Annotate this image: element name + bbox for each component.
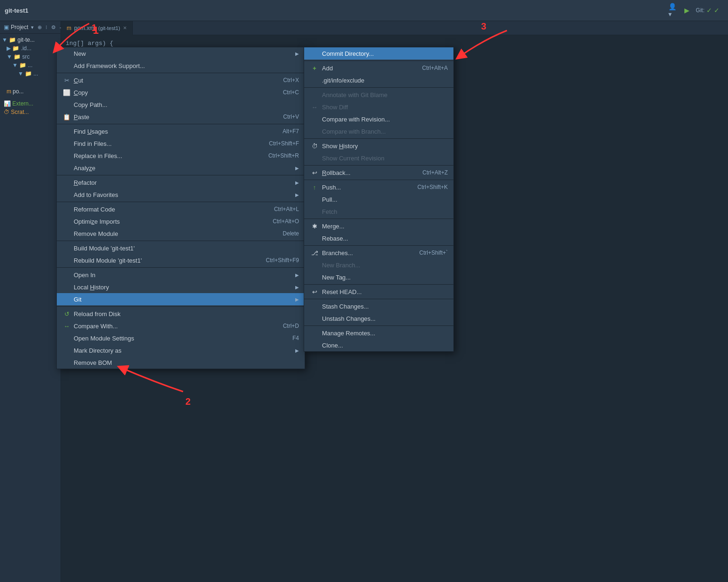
menu-git-branches[interactable]: ⎇ Branches... Ctrl+Shift+` xyxy=(304,247,453,259)
git-sep4 xyxy=(304,180,453,180)
project-label: Project xyxy=(11,24,28,30)
run-icon[interactable]: ▶ xyxy=(682,5,692,15)
top-toolbar: git-test1 👤▾ ▶ Git: ✓ ✓ xyxy=(0,0,728,21)
sep4 xyxy=(57,202,305,202)
menu-git-unstash[interactable]: Unstash Changes... xyxy=(304,312,453,325)
git-diff-icon: ↔ xyxy=(310,104,319,111)
num1-label: 1 xyxy=(92,23,97,33)
menu-git-fetch: Fetch xyxy=(304,205,453,218)
git-merge-icon: ✱ xyxy=(310,223,319,230)
menu-item-cut[interactable]: ✂ Cut Ctrl+X xyxy=(57,74,305,86)
mark-dir-submenu-arrow: ▶ xyxy=(295,348,299,353)
compare-with-icon: ↔ xyxy=(62,323,71,330)
editor-tabs: m pom.xml (git-test1) ✕ xyxy=(61,21,728,35)
menu-item-build-module[interactable]: Build Module 'git-test1' xyxy=(57,242,305,254)
num2-label: 2 xyxy=(185,396,191,407)
menu-item-rebuild-module[interactable]: Rebuild Module 'git-test1' Ctrl+Shift+F9 xyxy=(57,254,305,266)
git-branches-icon: ⎇ xyxy=(310,249,319,257)
menu-item-compare-with[interactable]: ↔ Compare With... Ctrl+D xyxy=(57,320,305,332)
menu-git-compare-branch: Compare with Branch... xyxy=(304,125,453,137)
sidebar: ▣ Project ▾ ⊕ ⁝ ⚙ — ▼ 📁 git-te... ▶ 📁 .i… xyxy=(0,21,61,582)
local-history-submenu-arrow: ▶ xyxy=(295,285,299,290)
git-submenu-arrow: ▶ xyxy=(295,297,299,302)
menu-item-replace-in-files[interactable]: Replace in Files... Ctrl+Shift+R xyxy=(57,150,305,162)
menu-git-blame: Annotate with Git Blame xyxy=(304,89,453,101)
git-add-icon: + xyxy=(310,65,319,72)
menu-item-add-favorites[interactable]: Add to Favorites ▶ xyxy=(57,189,305,201)
tree-item-sub2[interactable]: ▼ 📁 ... xyxy=(0,69,61,78)
menu-item-reformat[interactable]: Reformat Code Ctrl+Alt+L xyxy=(57,203,305,215)
menu-git-new-tag[interactable]: New Tag... xyxy=(304,271,453,283)
git-label: Git: xyxy=(696,7,705,14)
git-sep5 xyxy=(304,219,453,219)
sep5 xyxy=(57,241,305,241)
arrow-1-svg xyxy=(42,19,99,56)
sep2 xyxy=(57,124,305,124)
tree-item-pom[interactable]: m po... xyxy=(0,87,61,96)
git-tick: ✓ xyxy=(714,7,720,14)
git-checkmark: ✓ xyxy=(706,7,712,14)
toolbar-icons: 👤▾ ▶ xyxy=(668,5,692,15)
menu-git-reset-head[interactable]: ↩ Reset HEAD... xyxy=(304,286,453,298)
arrow-3-svg xyxy=(413,26,530,68)
tree-item-scratch[interactable]: ⏱ Scrat... xyxy=(0,108,61,116)
app-title: git-test1 xyxy=(5,7,29,14)
menu-item-analyze[interactable]: Analyze ▶ xyxy=(57,162,305,174)
menu-git-new-branch: New Branch... xyxy=(304,259,453,271)
menu-item-copy[interactable]: ⬜ Copy Ctrl+C xyxy=(57,86,305,98)
git-sep7 xyxy=(304,284,453,285)
menu-git-pull[interactable]: Pull... xyxy=(304,193,453,205)
git-push-icon: ↑ xyxy=(310,184,319,191)
menu-git-clone[interactable]: Clone... xyxy=(304,339,453,351)
menu-item-module-settings[interactable]: Open Module Settings F4 xyxy=(57,332,305,344)
menu-item-copy-path[interactable]: Copy Path... xyxy=(57,98,305,111)
menu-item-local-history[interactable]: Local History ▶ xyxy=(57,281,305,293)
menu-item-paste[interactable]: 📋 Paste Ctrl+V xyxy=(57,111,305,123)
git-reset-head-icon: ↩ xyxy=(310,288,319,295)
git-history-icon: ⏱ xyxy=(310,143,319,150)
analyze-submenu-arrow: ▶ xyxy=(295,166,299,171)
user-icon[interactable]: 👤▾ xyxy=(668,5,679,15)
arrow-2-svg xyxy=(99,354,192,401)
context-menu-left: New ▶ Add Framework Support... ✂ Cut Ctr… xyxy=(56,47,305,369)
menu-git-show-current-rev: Show Current Revision xyxy=(304,152,453,164)
menu-git-compare-revision[interactable]: Compare with Revision... xyxy=(304,113,453,125)
menu-item-reload-disk[interactable]: ↺ Reload from Disk xyxy=(57,308,305,320)
menu-git-rollback[interactable]: ↩ Rollback... Ctrl+Alt+Z xyxy=(304,166,453,179)
menu-item-optimize-imports[interactable]: Optimize Imports Ctrl+Alt+O xyxy=(57,215,305,227)
menu-git-show-history[interactable]: ⏱ Show History xyxy=(304,140,453,152)
menu-item-git[interactable]: Git ▶ xyxy=(57,293,305,305)
sep6 xyxy=(57,267,305,268)
menu-item-find-usages[interactable]: Find Usages Alt+F7 xyxy=(57,125,305,137)
menu-git-manage-remotes[interactable]: Manage Remotes... xyxy=(304,327,453,339)
favorites-submenu-arrow: ▶ xyxy=(295,192,299,197)
tree-item-sub1[interactable]: ▼ 📁 ... xyxy=(0,61,61,69)
open-in-submenu-arrow: ▶ xyxy=(295,272,299,278)
menu-git-stash[interactable]: Stash Changes... xyxy=(304,300,453,312)
sep3 xyxy=(57,175,305,175)
git-rollback-icon: ↩ xyxy=(310,169,319,176)
menu-git-merge[interactable]: ✱ Merge... xyxy=(304,220,453,232)
git-sep1 xyxy=(304,87,453,88)
tree-item-external[interactable]: 📊 Extern... xyxy=(0,99,61,108)
reload-icon: ↺ xyxy=(62,310,71,317)
context-menu-git: Commit Directory... + Add Ctrl+Alt+A .gi… xyxy=(304,47,454,352)
cut-icon: ✂ xyxy=(62,77,71,84)
menu-item-open-in[interactable]: Open In ▶ xyxy=(57,269,305,281)
menu-item-refactor[interactable]: Refactor ▶ xyxy=(57,176,305,189)
copy-icon: ⬜ xyxy=(62,89,71,96)
git-sep2 xyxy=(304,138,453,139)
tab-close-icon[interactable]: ✕ xyxy=(123,25,127,30)
menu-git-info-exclude[interactable]: .git/info/exclude xyxy=(304,74,453,86)
new-submenu-arrow: ▶ xyxy=(295,51,299,56)
git-sep8 xyxy=(304,299,453,299)
sep7 xyxy=(57,306,305,307)
menu-item-find-in-files[interactable]: Find in Files... Ctrl+Shift+F xyxy=(57,137,305,150)
menu-git-show-diff: ↔ Show Diff xyxy=(304,101,453,113)
menu-git-push[interactable]: ↑ Push... Ctrl+Shift+K xyxy=(304,181,453,193)
menu-git-rebase[interactable]: Rebase... xyxy=(304,232,453,244)
num3-label: 3 xyxy=(481,21,486,32)
git-sep6 xyxy=(304,245,453,246)
menu-item-remove-module[interactable]: Remove Module Delete xyxy=(57,227,305,240)
menu-item-add-framework[interactable]: Add Framework Support... xyxy=(57,60,305,72)
